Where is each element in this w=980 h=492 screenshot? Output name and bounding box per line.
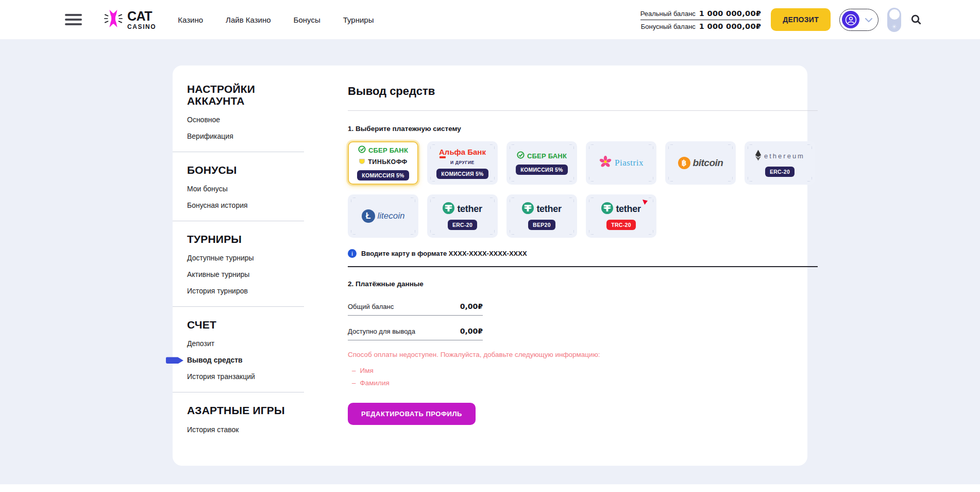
- total-balance-label: Общий баланс: [348, 303, 394, 310]
- sidebar-item-active-tournaments[interactable]: Активные турниры: [187, 270, 323, 279]
- providers-footer: NET ENT RELA GAMING BTG greentube GAMZÎX…: [0, 484, 980, 492]
- network-badge: TRC-20: [606, 220, 636, 230]
- sidebar-item-bet-history[interactable]: История ставок: [187, 425, 323, 434]
- bitcoin-icon: ฿: [678, 157, 690, 169]
- network-badge: ERC-20: [448, 220, 477, 230]
- active-item-arrow: [166, 357, 183, 364]
- sidebar-item-available-tournaments[interactable]: Доступные турниры: [187, 254, 323, 263]
- account-menu[interactable]: [839, 9, 878, 31]
- step2-label: 2. Платёжные данные: [348, 280, 818, 288]
- sidebar-item-withdrawal[interactable]: Вывод средств: [187, 356, 323, 365]
- total-balance-row: Общий баланс 0,00₽: [348, 297, 483, 316]
- available-balance-label: Доступно для вывода: [348, 327, 415, 335]
- cat-logo-icon: [104, 8, 123, 31]
- piastrix-flower-icon: [599, 155, 612, 171]
- section-title-account: СЧЕТ: [187, 319, 293, 331]
- payment-tile-alfabank[interactable]: Альфа Банк И ДРУГИЕ КОМИССИЯ 5%: [427, 141, 498, 185]
- total-balance-value: 0,00₽: [460, 302, 483, 310]
- card-format-note: i Вводите карту в формате ХХХХ-ХХХХ-ХХХХ…: [348, 249, 818, 258]
- missing-field-first-name: Имя: [352, 367, 818, 374]
- withdrawal-content: Вывод средств 1. Выберите платежную сист…: [323, 83, 837, 442]
- litecoin-icon: Ł: [362, 209, 375, 223]
- info-icon: i: [348, 249, 357, 258]
- bonus-balance-row: Бонусный баланс 1 000 000,00₽: [640, 20, 762, 32]
- payment-tile-piastrix[interactable]: Piastrix: [586, 141, 656, 185]
- edit-profile-button[interactable]: РЕДАКТИРОВАТЬ ПРОФИЛЬ: [348, 403, 476, 425]
- tether-icon: [522, 202, 534, 216]
- divider: [348, 110, 818, 111]
- sberbank-check-icon: [517, 151, 525, 161]
- tether-icon: [443, 202, 454, 216]
- deposit-button[interactable]: ДЕПОЗИТ: [771, 8, 831, 31]
- divider-dark: [348, 266, 818, 267]
- chevron-down-icon: [865, 15, 872, 24]
- sidebar-divider: [173, 152, 304, 152]
- sberbank-check-icon: [358, 145, 366, 155]
- sidebar-item-deposit[interactable]: Депозит: [187, 339, 323, 348]
- sidebar-item-verification[interactable]: Верификация: [187, 132, 323, 141]
- logo-title: CAT: [127, 10, 156, 23]
- sidebar-divider: [173, 306, 304, 307]
- section-title-account-settings: НАСТРОЙКИ АККАУНТА: [187, 83, 293, 107]
- page-title: Вывод средств: [348, 85, 818, 98]
- payment-tile-tether-erc20[interactable]: tether ERC-20: [427, 194, 498, 238]
- sidebar-divider: [173, 221, 304, 221]
- payment-tile-tether-bep20[interactable]: tether BEP20: [506, 194, 577, 238]
- commission-badge: КОМИССИЯ 5%: [357, 170, 409, 181]
- real-balance-label: Реальный баланс: [640, 10, 696, 18]
- site-logo[interactable]: CAT CASINO: [104, 8, 156, 31]
- network-badge: ERC-20: [765, 167, 795, 177]
- sun-icon: ☀: [887, 23, 901, 30]
- payment-tile-litecoin[interactable]: Ł litecoin: [348, 194, 418, 238]
- real-balance-value: 1 000 000,00₽: [699, 9, 761, 18]
- account-sidebar: НАСТРОЙКИ АККАУНТА Основное Верификация …: [173, 83, 323, 442]
- payment-methods-grid: СБЕР БАНК ТИНЬКОФФ КОМИССИЯ 5% Альфа Бан…: [348, 141, 818, 238]
- balance-block: Реальный баланс 1 000 000,00₽ Бонусный б…: [640, 7, 762, 32]
- nav-casino[interactable]: Казино: [178, 15, 203, 24]
- logo-subtitle: CASINO: [127, 24, 156, 30]
- payment-tile-tether-trc20[interactable]: tether TRC-20: [586, 194, 656, 238]
- payment-tile-sberbank-tinkoff[interactable]: СБЕР БАНК ТИНЬКОФФ КОМИССИЯ 5%: [348, 141, 418, 185]
- main-nav: Казино Лайв Казино Бонусы Турниры: [178, 15, 374, 24]
- sidebar-divider: [173, 392, 304, 392]
- search-icon: [910, 13, 922, 26]
- tether-icon: [601, 202, 613, 216]
- tron-icon: [643, 198, 648, 207]
- sidebar-item-my-bonuses[interactable]: Мои бонусы: [187, 185, 323, 193]
- nav-live-casino[interactable]: Лайв Казино: [226, 15, 271, 24]
- bonus-balance-label: Бонусный баланс: [641, 23, 696, 30]
- section-title-tournaments: ТУРНИРЫ: [187, 233, 293, 245]
- commission-badge: КОМИССИЯ 5%: [516, 165, 568, 175]
- tinkoff-crest-icon: [359, 157, 365, 167]
- bonus-balance-value: 1 000 000,00₽: [699, 22, 761, 30]
- nav-tournaments[interactable]: Турниры: [343, 15, 374, 24]
- ethereum-diamond-icon: [755, 150, 762, 163]
- payment-tile-bitcoin[interactable]: ฿ bitcoin: [665, 141, 736, 185]
- section-title-gambling: АЗАРТНЫЕ ИГРЫ: [187, 404, 293, 416]
- available-balance-value: 0,00₽: [460, 327, 483, 335]
- section-title-bonuses: БОНУСЫ: [187, 164, 293, 176]
- missing-field-last-name: Фамилия: [352, 379, 818, 387]
- sidebar-item-general[interactable]: Основное: [187, 116, 323, 124]
- sidebar-item-transaction-history[interactable]: История транзакций: [187, 372, 323, 381]
- avatar: [842, 11, 859, 28]
- top-navbar: CAT CASINO Казино Лайв Казино Бонусы Тур…: [0, 0, 980, 39]
- available-balance-row: Доступно для вывода 0,00₽: [348, 321, 483, 340]
- real-balance-row: Реальный баланс 1 000 000,00₽: [640, 7, 762, 20]
- step1-label: 1. Выберите платежную систему: [348, 125, 818, 133]
- payment-unavailable-message: Способ оплаты недоступен. Пожалуйста, до…: [348, 351, 818, 358]
- search-button[interactable]: [910, 13, 922, 26]
- toggle-knob: [889, 9, 900, 20]
- account-card: НАСТРОЙКИ АККАУНТА Основное Верификация …: [173, 65, 807, 466]
- payment-tile-ethereum[interactable]: ethereum ERC-20: [745, 141, 815, 185]
- nav-bonuses[interactable]: Бонусы: [294, 15, 320, 24]
- commission-badge: КОМИССИЯ 5%: [436, 169, 488, 179]
- theme-toggle[interactable]: ☀: [887, 8, 901, 32]
- payment-tile-sberbank[interactable]: СБЕР БАНК КОМИССИЯ 5%: [506, 141, 577, 185]
- network-badge: BEP20: [528, 220, 555, 230]
- sidebar-item-tournament-history[interactable]: История турниров: [187, 287, 323, 296]
- sidebar-item-bonus-history[interactable]: Бонусная история: [187, 201, 323, 210]
- hamburger-menu-icon[interactable]: [65, 11, 82, 28]
